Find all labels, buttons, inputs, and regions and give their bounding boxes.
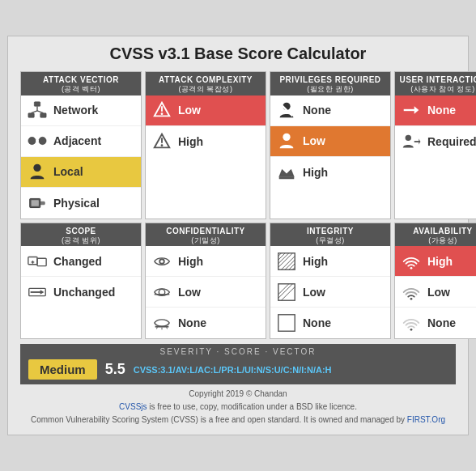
svg-marker-28 [419,138,420,144]
severity-row: Medium 5.5 CVSS:3.1/AV:L/AC:L/PR:L/UI:N/… [28,359,448,380]
pr-none-icon [275,99,298,121]
svg-point-26 [406,134,411,140]
conf-korean: (기밀성) [147,236,264,246]
attack-complexity-header: ATTACK COMPLEXITY [147,74,264,85]
ac-low-label: Low [178,104,201,117]
scope-korean: (공격 범위) [23,236,139,246]
avail-none-label: None [427,316,456,329]
svg-rect-23 [279,176,295,179]
ui-none-label: None [427,104,456,117]
av-local[interactable]: Local [21,157,141,188]
severity-badge: Medium [28,359,97,380]
svg-line-5 [37,111,43,113]
conf-high[interactable]: High [146,246,266,277]
av-network[interactable]: Network [21,95,141,126]
scope-unchanged[interactable]: Unchanged [21,277,141,308]
avail-low[interactable]: Low [395,277,476,308]
svg-line-47 [278,252,285,259]
av-network-label: Network [53,104,98,117]
avail-high[interactable]: High [395,246,476,277]
section-user-interaction: USER INTERACTION (사용자 참여 정도) None [394,71,476,219]
ui-required[interactable]: Required [395,126,476,157]
svg-rect-0 [34,102,40,107]
ac-high-icon [151,130,173,153]
svg-rect-1 [28,113,34,118]
conf-header: CONFIDENTIALITY [147,226,264,236]
ac-low-icon [151,99,173,121]
integrity-high-icon [275,250,298,273]
scope-changed-label: Changed [53,255,102,268]
ui-none-icon [400,99,423,121]
svg-marker-25 [414,106,419,113]
svg-rect-58 [278,315,295,331]
integ-none[interactable]: None [270,308,390,338]
av-physical[interactable]: Physical [21,188,141,219]
section-availability: AVAILABILITY (가용성) High [394,223,476,340]
scope-changed[interactable]: Changed [21,246,141,277]
calculator: CVSS v3.1 Base Score Calculator ATTACK V… [7,36,469,435]
ui-required-icon [400,130,423,153]
pr-low-label: Low [303,134,325,147]
ui-none[interactable]: None [395,95,476,126]
footer-line3-text: Common Vulnerability Scoring System (CVS… [31,415,407,424]
wifi-low-icon [400,281,423,303]
page-title: CVSS v3.1 Base Score Calculator [20,45,456,63]
svg-point-15 [161,112,164,115]
scope-unchanged-label: Unchanged [53,286,115,299]
pr-high-icon [275,161,298,184]
ac-high-label: High [178,135,203,148]
avail-none[interactable]: None [395,308,476,338]
top-grid: ATTACK VECTIOR (공격 벡터) Network [20,71,456,219]
av-physical-label: Physical [53,197,100,210]
svg-rect-30 [37,258,46,265]
integ-korean: (무결성) [272,236,389,246]
integ-low[interactable]: Low [270,277,390,308]
cvssjs-link[interactable]: CVSSjs [119,402,147,411]
scope-unchanged-icon [26,281,49,303]
avail-korean: (가용성) [397,236,476,246]
pr-low[interactable]: Low [270,126,390,157]
svg-point-6 [28,137,36,144]
conf-high-label: High [178,255,203,268]
first-link[interactable]: FIRST.Org [407,415,445,424]
svg-point-18 [161,144,164,146]
wifi-full-icon [400,250,423,273]
integ-header: INTEGRITY [272,226,389,236]
conf-none-label: None [178,316,206,329]
eye-closed-icon [151,312,173,334]
ac-high[interactable]: High [146,126,266,157]
pr-high[interactable]: High [270,157,390,188]
svg-rect-12 [40,202,45,205]
severity-score: 5.5 [105,361,125,378]
av-adjacent[interactable]: Adjacent [21,126,141,157]
scope-changed-icon [26,250,49,273]
footer-line2: CVSSjs is free to use, copy, modificatio… [20,401,456,414]
severity-vector: CVSS:3.1/AV:L/AC:L/PR:L/UI:N/S:U/C:N/I:N… [134,365,332,375]
svg-point-9 [33,164,40,172]
svg-point-60 [410,298,413,300]
svg-marker-22 [279,169,295,176]
avail-low-label: Low [427,286,450,299]
local-icon [26,160,49,183]
svg-rect-11 [32,200,39,206]
eye-open-icon [151,250,173,273]
bottom-grid: SCOPE (공격 범위) Changed [20,223,456,340]
pr-high-label: High [303,166,328,179]
pr-low-icon [275,129,298,152]
avail-header: AVAILABILITY [397,226,476,236]
ac-low[interactable]: Low [146,95,266,126]
svg-point-21 [283,134,290,141]
conf-none[interactable]: None [146,308,266,338]
svg-point-59 [410,267,413,269]
conf-low[interactable]: Low [146,277,266,308]
integ-high[interactable]: High [270,246,390,277]
integ-none-label: None [303,316,331,329]
svg-marker-36 [40,290,45,295]
pr-none[interactable]: None [270,95,390,126]
severity-section-label: SEVERITY · SCORE · VECTOR [28,347,448,356]
attack-complexity-korean: (공격의 복잡성) [147,85,264,95]
integrity-low-icon [275,281,298,303]
section-confidentiality: CONFIDENTIALITY (기밀성) High [145,223,266,340]
section-scope: SCOPE (공격 범위) Changed [20,223,142,340]
av-local-label: Local [53,165,83,178]
